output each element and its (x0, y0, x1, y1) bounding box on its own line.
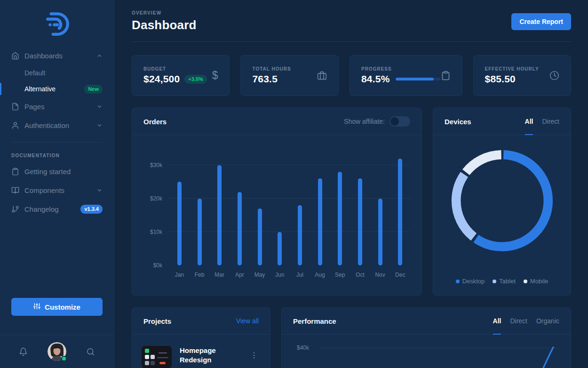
performance-tabs: AllDirectOrganic (493, 308, 559, 334)
stat-label: Total hours (252, 66, 317, 72)
bar-mar (217, 165, 222, 265)
clipboard-icon (11, 167, 20, 176)
sidebar-item-label: Changelog (24, 205, 59, 213)
sidebar-item-authentication[interactable]: Authentication (0, 116, 114, 135)
bar-may (258, 208, 262, 265)
legend-dot (456, 280, 460, 283)
bar-jun (278, 232, 282, 265)
legend-item-mobile[interactable]: Mobile (524, 278, 548, 285)
bar-jan (177, 182, 182, 265)
clock-icon (549, 71, 559, 80)
y-axis-tick: $10k (150, 229, 162, 235)
orders-bar-plot (169, 150, 410, 265)
tab-organic[interactable]: Organic (536, 308, 559, 335)
bar-nov (378, 199, 382, 265)
x-axis-label: May (250, 272, 270, 278)
legend-item-tablet[interactable]: Tablet (493, 278, 516, 285)
stat-card-progress: Progress84.5% (350, 55, 462, 96)
stat-value: 763.5 (252, 73, 278, 85)
badge-v1-3-4: v1.3.4 (80, 205, 103, 214)
orders-bars (169, 150, 410, 265)
bell-icon[interactable] (19, 347, 28, 356)
sidebar-nav: DashboardsDefaultAlternativeNewPagesAuth… (0, 46, 114, 135)
devices-tabs: AllDirect (525, 108, 559, 135)
stats-row: Budget$24,500+3.5%$Total hours763.5Progr… (132, 55, 571, 96)
stat-label: Progress (361, 66, 441, 72)
view-all-link[interactable]: View all (236, 317, 259, 325)
sidebar-item-components[interactable]: Components (0, 181, 114, 200)
sliders-icon (33, 303, 40, 311)
sidebar-item-label: Dashboards (24, 52, 63, 60)
app-logo[interactable] (0, 0, 114, 46)
tab-direct[interactable]: Direct (542, 108, 559, 135)
sidebar-item-dashboards[interactable]: Dashboards (0, 46, 114, 65)
project-thumbnail (142, 346, 172, 368)
kebab-icon[interactable]: ⋮ (247, 350, 261, 361)
show-affiliate-label: Show affiliate: (344, 118, 385, 125)
performance-card-title: Performance (293, 317, 336, 325)
create-report-button[interactable]: Create Report (511, 13, 571, 30)
sidebar-section-label: Documentation (11, 153, 103, 158)
stat-label: Effective hourly (485, 66, 549, 72)
performance-chart: $40k (282, 335, 571, 368)
devices-donut-chart (449, 148, 555, 256)
sidebar-footer (0, 335, 114, 368)
legend-item-desktop[interactable]: Desktop (456, 278, 485, 285)
stat-card-total-hours: Total hours763.5 (240, 55, 338, 96)
chevron-down-icon (96, 122, 103, 128)
sidebar-subitem-alternative[interactable]: AlternativeNew (0, 81, 114, 97)
tab-all[interactable]: All (525, 108, 533, 135)
stat-value: 84.5% (361, 73, 390, 85)
avatar[interactable] (48, 342, 66, 361)
sidebar-item-pages[interactable]: Pages (0, 97, 114, 116)
chevron-down-icon (96, 187, 103, 193)
x-axis-label: Feb (190, 272, 210, 278)
bar-jul (298, 205, 302, 265)
project-list-item[interactable]: Homepage Redesign ⋮ (132, 335, 270, 368)
page-header: Overview Dashboard Create Report (132, 10, 571, 32)
projects-card-title: Projects (143, 317, 171, 325)
show-affiliate-toggle[interactable] (389, 116, 410, 127)
legend-dot (524, 280, 527, 283)
search-icon[interactable] (86, 347, 95, 356)
bar-dec (398, 159, 402, 265)
progress-bar (396, 78, 441, 80)
x-axis-label: Jun (270, 272, 290, 278)
x-axis-label: Jan (169, 272, 190, 278)
sidebar-item-label: Getting started (24, 168, 71, 176)
orders-card-title: Orders (143, 118, 167, 126)
stat-card-budget: Budget$24,500+3.5%$ (132, 55, 230, 96)
tab-all[interactable]: All (493, 308, 501, 335)
tab-direct[interactable]: Direct (510, 308, 527, 335)
sidebar-item-getting-started[interactable]: Getting started (0, 162, 114, 181)
customize-button[interactable]: Customize (11, 298, 103, 316)
page-title: Dashboard (132, 18, 197, 32)
stat-label: Budget (143, 66, 212, 72)
app-root: DashboardsDefaultAlternativeNewPagesAuth… (0, 0, 588, 368)
sidebar: DashboardsDefaultAlternativeNewPagesAuth… (0, 0, 114, 368)
orders-x-labels: JanFebMarAprMayJunJulAugSepOctNovDec (169, 272, 410, 278)
x-axis-label: Aug (310, 272, 330, 278)
chevron-up-icon (96, 53, 103, 59)
badge-new: New (84, 85, 103, 94)
stat-change-badge: +3.5% (184, 75, 207, 84)
sidebar-subitem-default[interactable]: Default (0, 65, 114, 81)
bar-feb (198, 199, 202, 265)
x-axis-label: Oct (350, 272, 370, 278)
file-icon (11, 102, 20, 111)
stat-value: $24,500 (143, 73, 180, 85)
orders-card: Orders Show affiliate: $0k$10k$20k$30k J… (132, 108, 422, 296)
home-icon (11, 51, 20, 60)
book-icon (11, 186, 20, 194)
performance-card: Performance AllDirectOrganic $40k (281, 307, 571, 368)
sidebar-item-label: Components (24, 186, 64, 194)
devices-card-title: Devices (445, 118, 471, 126)
sidebar-subitem-label: Default (24, 69, 45, 77)
online-status-dot (61, 356, 67, 361)
bar-oct (358, 178, 362, 265)
git-branch-icon (11, 205, 20, 213)
bar-sep (338, 172, 342, 265)
orders-y-axis: $0k$10k$20k$30k (143, 150, 162, 265)
user-icon (11, 121, 20, 129)
sidebar-item-changelog[interactable]: Changelogv1.3.4 (0, 200, 114, 218)
